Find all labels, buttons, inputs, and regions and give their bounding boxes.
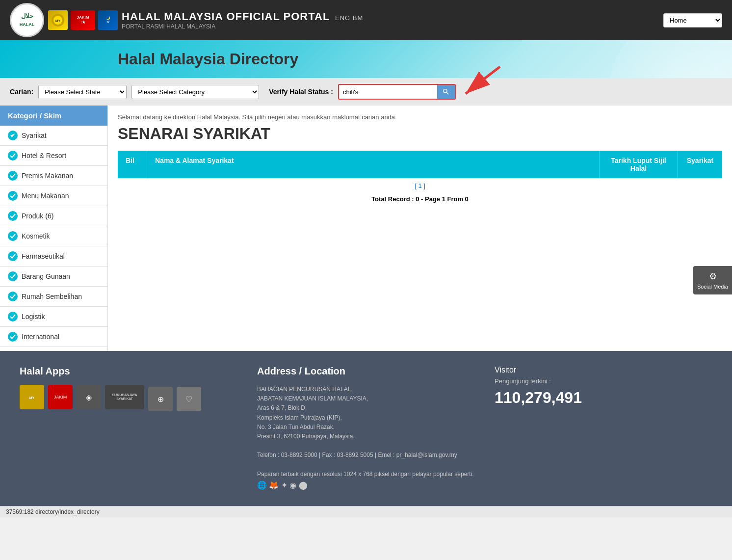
- status-bar: 37569:182 directory/index_directory: [0, 506, 732, 517]
- category-select[interactable]: Please Select Category: [131, 85, 259, 99]
- footer-contact: Telefon : 03-8892 5000 | Fax : 03-8892 5…: [257, 451, 475, 460]
- th-syarikat: Syarikat: [678, 151, 722, 178]
- social-media-label: Social Media: [697, 284, 728, 290]
- sidebar-item-logistik[interactable]: Logistik: [0, 307, 107, 327]
- sidebar-label-produk: Produk (6): [22, 212, 53, 220]
- check-icon-rumah: [8, 292, 18, 301]
- welcome-text: Selamat datang ke direktori Halal Malays…: [118, 113, 722, 121]
- table-header: Bil Nama & Alamat Syarikat Tarikh Luput …: [118, 151, 722, 178]
- sidebar-item-international[interactable]: International: [0, 327, 107, 347]
- portal-main-title: HALAL MALAYSIA OFFICIAL PORTAL ENG BM: [122, 10, 363, 23]
- visitor-title: Visitor: [495, 366, 712, 374]
- app-logo-1[interactable]: MY: [20, 385, 44, 409]
- sidebar-item-farmaseutikal[interactable]: Farmaseutikal: [0, 246, 107, 267]
- footer-visitor-section: Visitor Pengunjung terkini : 110,279,491: [495, 366, 712, 491]
- sidebar-item-rumah[interactable]: Rumah Sembelihan: [0, 287, 107, 307]
- app-logo-6[interactable]: ♡: [177, 387, 201, 411]
- svg-text:MY: MY: [55, 19, 61, 23]
- top-nav: Home About Services Contact: [663, 13, 722, 27]
- carian-label: Carian:: [10, 88, 33, 96]
- logo-area: حلالHALAL MY JAKIM↑★ 🌙☆ HALAL MALAYSIA O…: [10, 3, 363, 37]
- nav-dropdown[interactable]: Home About Services Contact: [663, 13, 722, 27]
- sidebar-item-premis[interactable]: Premis Makanan: [0, 166, 107, 186]
- status-text: 37569:182 directory/index_directory: [6, 508, 100, 515]
- check-icon-produk: [8, 211, 18, 221]
- sidebar-label-logistik: Logistik: [22, 313, 45, 320]
- footer-address-section: Address / Location BAHAGIAN PENGURUSAN H…: [257, 366, 475, 491]
- sidebar-item-menu[interactable]: Menu Makanan: [0, 186, 107, 206]
- address-line-2: JABATAN KEMAJUAN ISLAM MALAYSIA,: [257, 394, 475, 403]
- browser-icons: 🌐 🦊 ✦ ◉ ⬤: [257, 481, 308, 489]
- search-input[interactable]: [339, 86, 437, 98]
- total-record: Total Record : 0 - Page 1 From 0: [118, 193, 722, 205]
- app-logo-3[interactable]: ◈: [77, 385, 101, 409]
- gov-logo-2: JAKIM↑★: [71, 10, 95, 30]
- check-icon-farmaseutikal: [8, 251, 18, 261]
- verify-label: Verify Halal Status :: [269, 88, 333, 96]
- footer: Halal Apps MY JAKIM ◈ SURUHANJAYASYARIKA…: [0, 351, 732, 506]
- check-icon-syarikat: [8, 131, 18, 140]
- portal-subtitle: PORTAL RASMI HALAL MALAYSIA: [122, 23, 363, 30]
- sidebar-label-premis: Premis Makanan: [22, 172, 73, 180]
- address-line-1: BAHAGIAN PENGURUSAN HALAL,: [257, 385, 475, 394]
- portal-title: HALAL MALAYSIA OFFICIAL PORTAL ENG BM PO…: [122, 10, 363, 30]
- sidebar-label-farmaseutikal: Farmaseutikal: [22, 252, 65, 260]
- footer-address-content: BAHAGIAN PENGURUSAN HALAL, JABATAN KEMAJ…: [257, 385, 475, 491]
- hero-banner: Halal Malaysia Directory: [0, 40, 732, 78]
- th-nama: Nama & Alamat Syarikat: [147, 151, 600, 178]
- search-bar: Carian: Please Select State Please Selec…: [0, 78, 732, 106]
- sidebar-header: Kategori / Skim: [0, 106, 107, 126]
- pagination-link[interactable]: [ 1 ]: [415, 182, 425, 189]
- address-line-5: No. 3 Jalan Tun Abdul Razak,: [257, 423, 475, 432]
- app-logo-2[interactable]: JAKIM: [48, 385, 73, 409]
- main-content: Kategori / Skim Syarikat Hotel & Resort …: [0, 106, 732, 351]
- app-logo-5[interactable]: ⊕: [148, 387, 173, 411]
- gov-logos: MY JAKIM↑★ 🌙☆: [48, 10, 118, 30]
- svg-text:MY: MY: [29, 396, 35, 400]
- lang-switcher[interactable]: ENG BM: [333, 14, 363, 22]
- th-tarikh: Tarikh Luput Sijil Halal: [600, 151, 678, 178]
- sidebar-item-hotel[interactable]: Hotel & Resort: [0, 146, 107, 166]
- sidebar-label-rumah: Rumah Sembelihan: [22, 293, 82, 300]
- sidebar-item-barang[interactable]: Barang Gunaan: [0, 267, 107, 287]
- footer-address-title: Address / Location: [257, 366, 475, 377]
- sidebar-label-hotel: Hotel & Resort: [22, 152, 66, 160]
- th-bil: Bil: [118, 151, 147, 178]
- address-line-3: Aras 6 & 7, Blok D,: [257, 403, 475, 413]
- sidebar-label-syarikat: Syarikat: [22, 132, 47, 139]
- search-button[interactable]: [437, 85, 455, 99]
- sidebar: Kategori / Skim Syarikat Hotel & Resort …: [0, 106, 108, 351]
- sidebar-label-menu: Menu Makanan: [22, 192, 69, 200]
- sidebar-item-kosmetik[interactable]: Kosmetik: [0, 226, 107, 246]
- address-line-4: Kompleks Islam Putrajaya (KIP),: [257, 413, 475, 423]
- sidebar-item-produk[interactable]: Produk (6): [0, 206, 107, 226]
- state-select[interactable]: Please Select State: [38, 85, 127, 99]
- content-area: Selamat datang ke direktori Halal Malays…: [108, 106, 732, 351]
- gear-icon: ⚙: [697, 271, 728, 282]
- footer-apps-logos: MY JAKIM ◈ SURUHANJAYASYARIKAT ⊕ ♡: [20, 385, 237, 411]
- sidebar-label-kosmetik: Kosmetik: [22, 232, 50, 240]
- gov-logo-3: 🌙☆: [98, 10, 118, 30]
- visitor-sublabel: Pengunjung terkini :: [495, 377, 712, 385]
- check-icon-menu: [8, 191, 18, 201]
- check-icon-logistik: [8, 312, 18, 321]
- senarai-title: SENARAI SYARIKAT: [118, 125, 722, 143]
- pagination[interactable]: [ 1 ]: [118, 178, 722, 193]
- check-icon-premis: [8, 171, 18, 181]
- search-input-container: [338, 84, 456, 100]
- sidebar-label-barang: Barang Gunaan: [22, 272, 70, 280]
- search-icon: [442, 88, 450, 96]
- social-media-button[interactable]: ⚙ Social Media: [693, 266, 732, 294]
- footer-display-note: Paparan terbaik dengan resolusi 1024 x 7…: [257, 470, 475, 479]
- footer-apps-title: Halal Apps: [20, 366, 237, 377]
- halal-logo: حلالHALAL: [10, 3, 44, 37]
- gov-logo-1: MY: [48, 10, 68, 30]
- sidebar-item-syarikat[interactable]: Syarikat: [0, 126, 107, 146]
- check-icon-barang: [8, 271, 18, 281]
- app-logo-4[interactable]: SURUHANJAYASYARIKAT: [105, 385, 144, 409]
- footer-apps-section: Halal Apps MY JAKIM ◈ SURUHANJAYASYARIKA…: [20, 366, 237, 491]
- top-header: حلالHALAL MY JAKIM↑★ 🌙☆ HALAL MALAYSIA O…: [0, 0, 732, 40]
- check-icon-kosmetik: [8, 231, 18, 241]
- visitor-count: 110,279,491: [495, 389, 712, 407]
- check-icon-hotel: [8, 151, 18, 160]
